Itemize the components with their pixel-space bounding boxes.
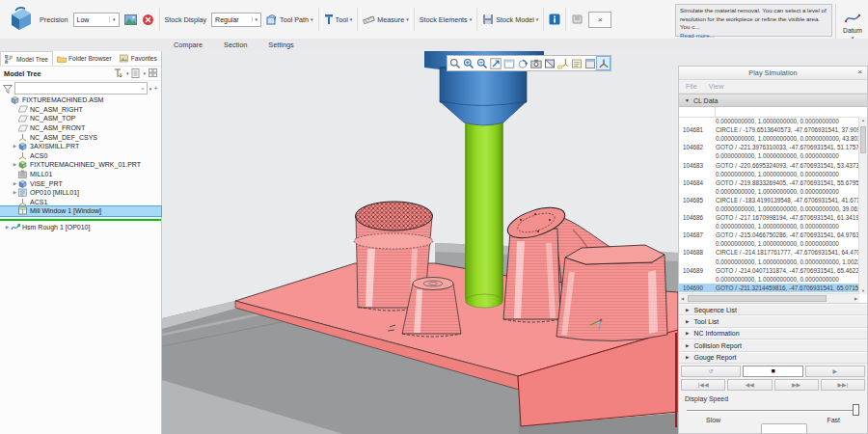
menu-view[interactable]: View (709, 82, 724, 91)
chevron-down-icon[interactable]: ▾ (109, 16, 116, 22)
stock-elements-button[interactable]: Stock Elements▾ (420, 15, 472, 24)
tree-item-acs1[interactable]: ACS1 (0, 198, 161, 207)
close-icon[interactable]: × (857, 68, 862, 76)
cl-data-section-header[interactable]: ▼ CL Data (679, 94, 867, 107)
cl-row-104684[interactable]: 104684GOTO / -219.8833269405, -47.670693… (679, 178, 859, 187)
tool-path-button[interactable]: Tool Path▾ (266, 14, 312, 25)
tree-filters-icon[interactable] (114, 68, 123, 79)
zoom-region-icon[interactable] (448, 57, 461, 69)
tree-item-fixturemachined-asm[interactable]: FIXTUREMACHINED.ASM (0, 95, 161, 105)
expander-icon[interactable]: ▶ (12, 190, 18, 195)
tree-item-hsm-rough-1-op010-[interactable]: ▶Hsm Rough 1 [OP010] (0, 223, 161, 232)
chevron-down-icon[interactable]: ▾ (252, 16, 258, 22)
view-manager-icon[interactable] (583, 57, 596, 69)
section-collision-report[interactable]: ▶Collision Report (679, 339, 867, 351)
cl-row-continuation[interactable]: 0.0000000000, 1.0000000000, 0.0000000000 (679, 187, 859, 196)
section-sequence-list[interactable]: ▶Sequence List (679, 304, 867, 315)
capture-icon[interactable] (529, 57, 542, 69)
measure-button[interactable]: Measure▾ (363, 14, 408, 25)
expander-icon[interactable]: ▶ (12, 162, 18, 167)
datum-display-icon[interactable] (556, 57, 569, 69)
close-nc-check-button[interactable]: × (588, 12, 611, 28)
info-icon[interactable] (549, 14, 560, 25)
rewind-button[interactable]: ◀◀ (727, 379, 772, 391)
tree-columns-icon[interactable] (131, 68, 140, 79)
loop-button[interactable]: ↺ (681, 366, 741, 377)
cl-row-continuation[interactable]: 0.0000000000, 1.0000000000, 0.0000000000… (679, 258, 859, 266)
cl-row-continuation[interactable]: 0.0000000000, 1.0000000000, 0.0000000000 (679, 151, 859, 160)
scroll-down-icon[interactable]: ▼ (859, 288, 867, 293)
cl-row-104690[interactable]: 104690GOTO / -211.3214459816, -47.670693… (679, 284, 859, 292)
cl-row-104682[interactable]: 104682GOTO / -221.3976310033, -47.670693… (679, 143, 859, 151)
section-tool-list[interactable]: ▶Tool List (679, 315, 867, 327)
help-book-icon[interactable] (571, 14, 583, 25)
reorient-icon[interactable] (516, 57, 529, 69)
section-gouge-report[interactable]: ▶Gouge Report (679, 352, 867, 364)
slider-handle[interactable] (853, 404, 859, 416)
horizontal-scrollbar[interactable]: ◀ ▶ (679, 293, 859, 303)
scroll-right-icon[interactable]: ▶ (854, 296, 857, 301)
tree-item-acs0[interactable]: ACS0 (0, 151, 161, 161)
cl-row-continuation[interactable]: 0.0000000000, 1.0000000000, 0.0000000000… (679, 204, 859, 213)
cl-row-104689[interactable]: 104689GOTO / -214.0407131874, -47.670693… (679, 266, 859, 275)
display-speed-slider[interactable] (685, 403, 861, 417)
tree-item-nc-asm-right[interactable]: NC_ASM_RIGHT (0, 105, 161, 115)
cl-row-continuation[interactable]: 0.0000000000, 1.0000000000, 0.0000000000 (679, 170, 859, 178)
tree-item-op010-mill01-[interactable]: ▶OP010 [MILL01] (0, 188, 161, 198)
navigator-tab-model-tree[interactable]: Model Tree (0, 51, 53, 66)
zoom-out-icon[interactable] (475, 57, 488, 69)
read-more-link[interactable]: Read more... (680, 32, 715, 39)
cl-row-104683[interactable]: 104683GOTO / -220.6695324093, -47.670693… (679, 160, 859, 169)
tree-item-nc-asm-front[interactable]: NC_ASM_FRONT (0, 123, 161, 133)
chevron-down-icon[interactable]: ▾ (126, 70, 129, 76)
scrollbar-thumb[interactable] (860, 126, 866, 153)
tool-button[interactable]: Tool▾ (324, 14, 353, 25)
tree-item-3axismill-prt[interactable]: ▶3AXISMILL.PRT (0, 142, 161, 151)
scrollbar-thumb[interactable] (688, 295, 827, 302)
navigator-tab-folder-browser[interactable]: Folder Browser (53, 52, 116, 66)
ribbon-tab-settings[interactable]: Settings (268, 41, 293, 49)
menu-file[interactable]: File (686, 82, 697, 91)
ribbon-tab-compare[interactable]: Compare (174, 41, 203, 49)
expander-icon[interactable]: ▶ (12, 181, 18, 186)
expander-icon[interactable]: ▶ (12, 144, 18, 149)
play-button[interactable]: ▶ (805, 366, 865, 377)
cl-row-104688[interactable]: 104688CIRCLE / -214.1817761777, -47.6706… (679, 248, 859, 257)
cl-row-continuation[interactable]: 0.0000000000, 1.0000000000, 0.0000000000… (679, 134, 859, 143)
material-removal-app-icon[interactable] (6, 5, 35, 34)
tree-item-nc-asm-def-csys[interactable]: NC_ASM_DEF_CSYS (0, 132, 161, 142)
cl-data-rows[interactable]: 0.0000000000, 1.0000000000, 0.0000000000… (679, 117, 859, 294)
add-filter-icon[interactable]: + (153, 84, 158, 93)
skip-to-start-button[interactable]: |◀◀ (681, 379, 725, 391)
scroll-left-icon[interactable]: ◀ (681, 296, 684, 301)
cl-row-104686[interactable]: 104686GOTO / -217.1670998194, -47.670693… (679, 213, 859, 222)
cl-row-104681[interactable]: 104681CIRCLE / -179.6513640573, -47.6706… (679, 125, 859, 134)
ribbon-tab-section[interactable]: Section (224, 41, 247, 49)
expander-icon[interactable]: ▶ (4, 225, 11, 230)
chevron-down-icon[interactable]: ▾ (149, 86, 152, 92)
play-simulation-titlebar[interactable]: Play Simulation × (679, 67, 867, 80)
snapshot-image-icon[interactable] (124, 14, 137, 26)
fast-forward-button[interactable]: ▶▶ (774, 379, 819, 391)
tree-settings-icon[interactable] (149, 68, 157, 79)
annotation-icon[interactable] (570, 57, 583, 69)
skip-to-end-button[interactable]: ▶▶| (821, 379, 865, 391)
clear-icon[interactable]: × (141, 86, 145, 92)
cl-row-104687[interactable]: 104687GOTO / -215.0466750286, -47.670693… (679, 231, 859, 239)
stop-button[interactable]: ■ (743, 366, 802, 377)
cl-row-continuation[interactable]: 0.0000000000, 1.0000000000, 0.0000000000 (679, 117, 859, 125)
tree-item-fixturemachined-wrk-01-prt[interactable]: ▶FIXTUREMACHINED_WRK_01.PRT (0, 160, 161, 170)
cl-row-continuation[interactable]: 0.0000000000, 1.0000000000, 0.0000000000 (679, 275, 859, 284)
tree-item-nc-asm-top[interactable]: NC_ASM_TOP (0, 114, 161, 123)
scroll-up-icon[interactable]: ▲ (859, 118, 867, 122)
tree-search-input[interactable]: × (14, 82, 148, 95)
zoom-in-icon[interactable] (462, 57, 475, 69)
saved-views-icon[interactable] (502, 57, 515, 69)
filter-funnel-icon[interactable] (3, 80, 13, 97)
precision-select[interactable]: Low▾ (73, 13, 120, 27)
display-style-icon[interactable] (543, 57, 556, 69)
cl-row-104685[interactable]: 104685CIRCLE / -183.4199139548, -47.6706… (679, 196, 859, 204)
stock-model-button[interactable]: Stock Model▾ (482, 14, 538, 25)
cl-row-continuation[interactable]: 0.0000000000, 1.0000000000, 0.0000000000 (679, 239, 859, 248)
csys-display-icon[interactable] (597, 57, 610, 69)
